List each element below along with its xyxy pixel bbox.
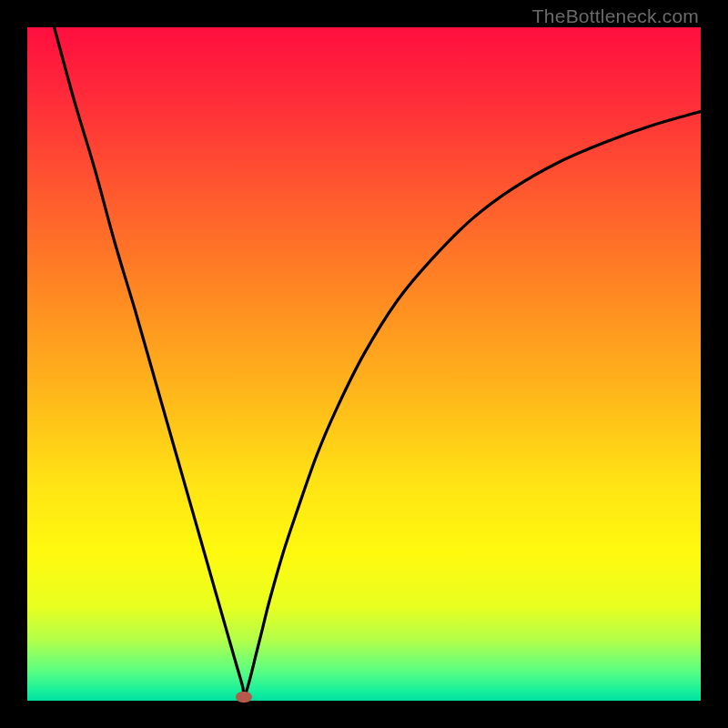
- curve-layer: [27, 27, 701, 701]
- minimum-marker: [236, 692, 252, 703]
- watermark-text: TheBottleneck.com: [532, 5, 699, 27]
- chart-frame: TheBottleneck.com: [0, 0, 728, 728]
- bottleneck-curve: [55, 27, 701, 697]
- plot-area: [27, 27, 701, 701]
